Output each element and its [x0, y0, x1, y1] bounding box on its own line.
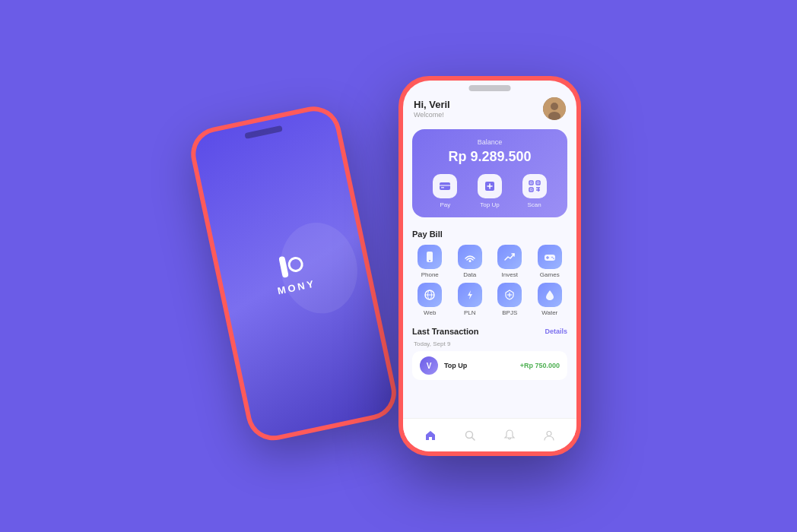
bill-games-label: Games	[540, 271, 560, 278]
bill-invest[interactable]: Invest	[492, 245, 528, 278]
svg-marker-29	[468, 290, 472, 299]
transaction-avatar: V	[420, 356, 438, 375]
transaction-item: V Top Up +Rp 750.000	[412, 351, 567, 380]
pay-bill-title: Pay Bill	[412, 230, 567, 239]
svg-point-25	[553, 258, 554, 259]
phone-left-screen: MONY	[192, 107, 396, 440]
bill-web-label: Web	[424, 309, 436, 316]
bill-pln[interactable]: PLN	[452, 283, 488, 316]
svg-rect-5	[441, 187, 444, 188]
balance-amount: Rp 9.289.500	[423, 149, 557, 165]
header-greeting: Hi, Veril Welcome!	[414, 99, 450, 119]
balance-actions: Pay Top Up	[423, 174, 557, 208]
nav-notifications[interactable]	[499, 425, 520, 446]
bottom-nav	[403, 418, 576, 451]
svg-point-34	[547, 431, 551, 435]
svg-rect-13	[537, 182, 538, 184]
app-header: Hi, Veril Welcome!	[403, 87, 576, 125]
bill-pln-icon	[458, 283, 482, 307]
greeting-name: Hi, Veril	[414, 99, 450, 110]
scan-label: Scan	[528, 201, 541, 208]
svg-rect-12	[530, 182, 532, 184]
transaction-title: Last Transaction	[412, 327, 478, 336]
bill-grid: Phone Data	[412, 245, 567, 316]
topup-icon	[478, 174, 502, 198]
transaction-section: Last Transaction Details Today, Sept 9 V…	[403, 321, 576, 386]
bill-invest-icon	[497, 245, 522, 269]
pay-icon	[433, 174, 457, 198]
bill-phone-icon	[418, 245, 442, 269]
pay-label: Pay	[440, 201, 450, 208]
phone-left: MONY	[186, 102, 402, 445]
svg-point-19	[429, 260, 430, 261]
phones-container: MONY Hi, Veril Welcome!	[216, 76, 581, 456]
bill-water[interactable]: Water	[532, 283, 568, 316]
nav-profile[interactable]	[538, 425, 560, 446]
svg-point-24	[551, 257, 553, 258]
scan-button[interactable]: Scan	[522, 174, 547, 208]
balance-card: Balance Rp 9.289.500 Pay	[412, 129, 567, 217]
bill-water-label: Water	[541, 309, 557, 316]
bill-water-icon	[538, 283, 562, 307]
topup-label: Top Up	[480, 201, 499, 208]
pay-button[interactable]: Pay	[433, 174, 457, 208]
topup-button[interactable]: Top Up	[478, 174, 502, 208]
svg-rect-4	[440, 185, 450, 186]
bill-phone[interactable]: Phone	[412, 245, 448, 278]
bill-web[interactable]: Web	[412, 283, 448, 316]
bill-data-label: Data	[463, 271, 476, 278]
phone-right-screen: Hi, Veril Welcome! Balance Rp 9.289.	[403, 81, 576, 451]
phone-right: Hi, Veril Welcome! Balance Rp 9.289.	[398, 76, 581, 456]
avatar[interactable]	[543, 97, 566, 120]
bill-bpjs-label: BPJS	[502, 309, 517, 316]
svg-rect-14	[530, 189, 532, 191]
app-content: Hi, Veril Welcome! Balance Rp 9.289.	[403, 81, 576, 418]
svg-line-33	[472, 437, 475, 440]
nav-home[interactable]	[420, 425, 441, 446]
transaction-date: Today, Sept 9	[412, 340, 567, 347]
bill-games-icon	[538, 245, 562, 269]
phone-right-notch	[469, 85, 511, 91]
balance-label: Balance	[423, 138, 557, 146]
bill-data[interactable]: Data	[452, 245, 488, 278]
phone-left-notch	[244, 125, 283, 139]
svg-point-20	[468, 260, 471, 262]
bill-web-icon	[418, 283, 442, 307]
transaction-amount: +Rp 750.000	[520, 362, 560, 369]
scan-icon	[522, 174, 547, 198]
nav-search[interactable]	[459, 425, 481, 446]
bill-games[interactable]: Games	[532, 245, 568, 278]
bill-bpjs[interactable]: BPJS	[492, 283, 528, 316]
bill-invest-label: Invest	[502, 271, 518, 278]
bill-phone-label: Phone	[421, 271, 439, 278]
transaction-details-link[interactable]: Details	[545, 328, 567, 335]
phone-left-blob	[272, 216, 366, 321]
svg-point-1	[551, 103, 558, 110]
bill-data-icon	[458, 245, 482, 269]
bill-pln-label: PLN	[464, 309, 476, 316]
transaction-name: Top Up	[444, 362, 514, 369]
transaction-header: Last Transaction Details	[412, 327, 567, 336]
pay-bill-section: Pay Bill Phone	[403, 222, 576, 321]
bill-bpjs-icon	[497, 283, 522, 307]
transaction-info: Top Up	[444, 362, 514, 369]
greeting-subtitle: Welcome!	[414, 111, 450, 119]
